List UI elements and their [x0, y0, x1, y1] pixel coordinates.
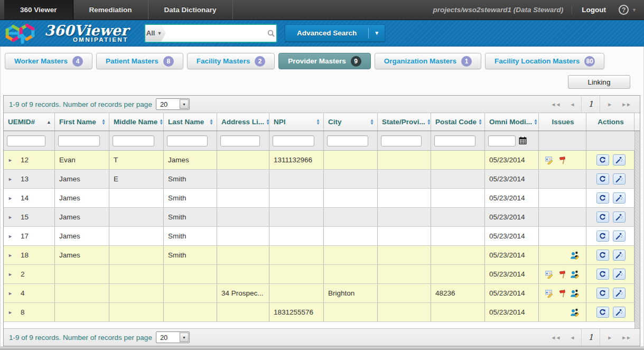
circular-arrow-button[interactable] — [596, 307, 609, 318]
magic-wand-button[interactable] — [613, 192, 626, 204]
linking-button[interactable]: Linking — [568, 75, 630, 89]
tab-worker-masters[interactable]: Worker Masters 4 — [5, 53, 92, 69]
first-page-button[interactable]: ◄◄ — [546, 335, 565, 340]
nav-tab-360-viewer[interactable]: 360 Viewer — [4, 0, 73, 20]
record-edit-issue-icon[interactable] — [544, 289, 556, 298]
prev-page-button[interactable]: ◄ — [565, 335, 579, 340]
column-header-uemid[interactable]: UEMID#▲ — [4, 113, 55, 131]
table-row[interactable]: ► 18 James Smith 05/23/2014 — [4, 246, 634, 265]
magic-wand-button[interactable] — [613, 307, 626, 318]
circular-arrow-button[interactable] — [596, 250, 609, 261]
red-flag-issue-icon[interactable] — [556, 156, 568, 164]
page-size-select[interactable]: 20 ▼ — [156, 331, 190, 343]
search-scope-dropdown[interactable]: All ▼ — [145, 25, 166, 42]
first-page-button[interactable]: ◄◄ — [546, 102, 565, 107]
red-flag-issue-icon[interactable] — [556, 289, 568, 298]
circular-arrow-button[interactable] — [596, 173, 609, 185]
table-row[interactable]: ► 2 05/23/2014 — [4, 265, 634, 284]
magic-wand-button[interactable] — [613, 173, 626, 185]
expand-row-icon[interactable]: ► — [8, 253, 13, 258]
magic-wand-button[interactable] — [613, 269, 626, 280]
potential-link-issue-icon[interactable] — [569, 251, 581, 260]
table-row[interactable]: ► 17 James Smith 05/23/2014 — [4, 227, 634, 246]
circular-arrow-button[interactable] — [596, 192, 609, 204]
potential-link-issue-icon[interactable] — [569, 270, 581, 279]
filter-address-input[interactable] — [220, 135, 260, 146]
tab-patient-masters[interactable]: Patient Masters 8 — [96, 53, 183, 69]
filter-state-input[interactable] — [381, 135, 422, 146]
table-row[interactable]: ► 15 James Smith 05/23/2014 — [4, 208, 634, 227]
potential-link-issue-icon[interactable] — [569, 308, 581, 317]
chevron-down-icon[interactable]: ▼ — [180, 333, 189, 342]
nav-tab-remediation[interactable]: Remediation — [73, 0, 148, 20]
column-header-last-name[interactable]: Last Name▲▼ — [164, 113, 217, 131]
circular-arrow-button[interactable] — [596, 231, 609, 242]
cell-state — [378, 208, 431, 226]
advanced-search-button[interactable]: Advanced Search ▼ — [285, 24, 385, 42]
filter-middle-name-input[interactable] — [113, 135, 154, 146]
column-header-first-name[interactable]: First Name▲▼ — [55, 113, 109, 131]
filter-city-input[interactable] — [327, 135, 368, 146]
expand-row-icon[interactable]: ► — [8, 291, 13, 296]
next-page-button[interactable]: ► — [602, 335, 617, 340]
table-row[interactable]: ► 14 James Smith 05/23/2014 — [4, 189, 634, 208]
expand-row-icon[interactable]: ► — [8, 215, 13, 220]
chevron-down-icon[interactable]: ▼ — [180, 99, 189, 109]
vertical-scrollbar[interactable] — [634, 131, 640, 328]
column-header-address[interactable]: Address Li...▲▼ — [217, 113, 269, 131]
search-input[interactable] — [166, 25, 265, 42]
filter-last-name-input[interactable] — [167, 135, 208, 146]
magic-wand-button[interactable] — [613, 250, 626, 261]
tab-facility-masters[interactable]: Facility Masters 2 — [187, 53, 275, 69]
filter-uemid-input[interactable] — [7, 135, 45, 146]
circular-arrow-button[interactable] — [596, 269, 609, 280]
record-edit-issue-icon[interactable] — [544, 156, 556, 164]
table-row[interactable]: ► 12 Evan T James 1311132966 05/23/2014 — [4, 151, 634, 170]
expand-row-icon[interactable]: ► — [8, 177, 13, 182]
magic-wand-button[interactable] — [613, 231, 626, 242]
table-row[interactable]: ► 13 James E Smith 05/23/2014 — [4, 170, 634, 189]
magic-wand-button[interactable] — [613, 211, 626, 223]
help-menu[interactable]: ? ▼ — [615, 5, 637, 15]
cell-npi: 1831255576 — [269, 303, 324, 321]
last-page-button[interactable]: ►► — [617, 102, 636, 107]
search-icon[interactable] — [265, 25, 276, 42]
potential-link-issue-icon[interactable] — [569, 289, 581, 298]
circular-arrow-button[interactable] — [596, 154, 609, 165]
expand-row-icon[interactable]: ► — [8, 234, 13, 239]
expand-row-icon[interactable]: ► — [8, 310, 13, 315]
tab-organization-masters[interactable]: Organization Masters 1 — [375, 53, 481, 69]
filter-postal-code-input[interactable] — [434, 135, 475, 146]
nav-tab-data-dictionary[interactable]: Data Dictionary — [148, 0, 233, 20]
prev-page-button[interactable]: ◄ — [565, 102, 579, 107]
tab-facility-location-masters[interactable]: Facility Location Masters 80 — [485, 53, 604, 69]
filter-first-name-input[interactable] — [58, 135, 100, 146]
table-row[interactable]: ► 4 34 Prospec... Brighton 48236 05/23/2… — [4, 284, 634, 303]
circular-arrow-icon — [599, 195, 606, 202]
column-header-middle-name[interactable]: Middle Name▲▼ — [109, 113, 164, 131]
last-page-button[interactable]: ►► — [617, 335, 636, 340]
column-header-postal-code[interactable]: Postal Code▲▼ — [431, 113, 485, 131]
calendar-icon[interactable] — [518, 136, 527, 145]
filter-npi-input[interactable] — [273, 135, 314, 146]
expand-row-icon[interactable]: ► — [8, 272, 13, 277]
magic-wand-button[interactable] — [613, 288, 626, 299]
logout-button[interactable]: Logout — [572, 6, 615, 14]
filter-omni-modified-input[interactable] — [488, 135, 516, 146]
record-edit-issue-icon[interactable] — [544, 270, 556, 279]
magic-wand-button[interactable] — [613, 154, 626, 165]
red-flag-issue-icon[interactable] — [556, 270, 568, 279]
expand-row-icon[interactable]: ► — [8, 196, 13, 201]
table-row[interactable]: ► 8 1831255576 05/23/2014 — [4, 303, 634, 322]
page-size-select[interactable]: 20 ▼ — [156, 98, 190, 110]
column-header-state[interactable]: State/Provi...▲▼ — [378, 113, 431, 131]
column-header-city[interactable]: City▲▼ — [324, 113, 378, 131]
column-header-npi[interactable]: NPI▲▼ — [269, 113, 324, 131]
next-page-button[interactable]: ► — [602, 102, 617, 107]
tab-provider-masters[interactable]: Provider Masters 9 — [278, 53, 371, 69]
circular-arrow-button[interactable] — [596, 288, 609, 299]
expand-row-icon[interactable]: ► — [8, 158, 13, 163]
chevron-down-icon[interactable]: ▼ — [369, 30, 385, 36]
column-header-omni-modified[interactable]: Omni Modi...▲▼ — [485, 113, 539, 131]
circular-arrow-button[interactable] — [596, 211, 609, 223]
